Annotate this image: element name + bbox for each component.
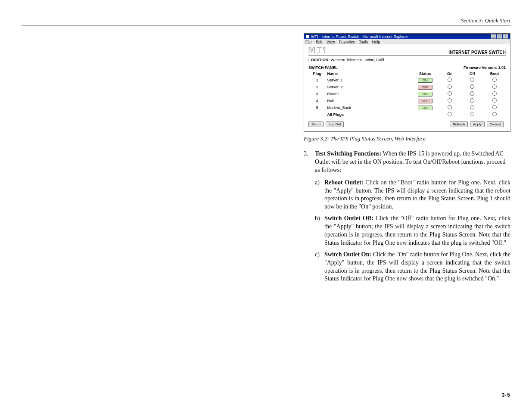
- radio-on-plug2[interactable]: [448, 84, 452, 89]
- status-badge: OFF: [418, 85, 432, 90]
- body-text: 3. Test Switching Functions: When the IP…: [304, 150, 510, 283]
- sub-title: Switch Outlet Off:: [324, 215, 373, 221]
- wti-logo: [308, 47, 329, 55]
- sub-title: Reboot Outlet:: [324, 179, 363, 186]
- cancel-button[interactable]: Cancel: [487, 121, 504, 127]
- radio-all-boot[interactable]: [492, 112, 497, 116]
- app-icon: [306, 35, 309, 38]
- cell-name: Modem_Bank: [326, 104, 412, 111]
- close-icon[interactable]: ×: [503, 34, 508, 39]
- radio-boot-plug3[interactable]: [492, 91, 497, 96]
- switch-table: Plug Name Status On Off Boot 1Server_1ON…: [308, 71, 506, 118]
- all-plugs-row: All Plugs: [308, 111, 506, 118]
- cell-name: Server_1: [326, 77, 412, 84]
- figure-3-2: WTI - Internet Power Switch · Microsoft …: [304, 33, 510, 132]
- sub-step: c)Switch Outlet On: Click the "On" radio…: [315, 251, 510, 283]
- page-number: 3-5: [502, 392, 510, 398]
- status-badge: ON: [418, 78, 432, 83]
- menu-help[interactable]: Help: [372, 40, 380, 44]
- table-row: 4HubOFF: [308, 97, 506, 104]
- col-on: On: [439, 71, 461, 77]
- table-row: 3RouterON: [308, 90, 506, 97]
- switch-panel-title: SWITCH PANEL: [308, 65, 338, 70]
- step-title: Test Switching Functions:: [315, 150, 381, 157]
- product-title: INTERNET POWER SWITCH: [448, 50, 506, 55]
- radio-boot-plug5[interactable]: [492, 105, 497, 109]
- location-row: LOCATION: Western Telematic, Irvine, Cal…: [308, 58, 506, 62]
- all-plugs-label: All Plugs: [327, 112, 344, 117]
- step-3: 3. Test Switching Functions: When the IP…: [304, 150, 510, 174]
- maximize-icon[interactable]: □: [497, 34, 502, 39]
- setup-button[interactable]: Setup: [308, 121, 324, 127]
- sub-label: c): [315, 251, 324, 283]
- window-title: WTI - Internet Power Switch · Microsoft …: [311, 34, 408, 39]
- sub-label: b): [315, 215, 324, 247]
- radio-boot-plug2[interactable]: [492, 84, 497, 89]
- menu-tools[interactable]: Tools: [359, 40, 368, 44]
- radio-off-plug4[interactable]: [470, 98, 474, 103]
- radio-on-plug1[interactable]: [448, 78, 452, 82]
- col-plug: Plug: [308, 71, 326, 77]
- menu-file[interactable]: File: [305, 40, 312, 44]
- radio-boot-plug1[interactable]: [492, 78, 497, 82]
- browser-window: WTI - Internet Power Switch · Microsoft …: [304, 33, 510, 132]
- figure-caption: Figure 3.2: The IPS Plug Status Screen, …: [304, 135, 510, 142]
- cell-plug: 4: [308, 97, 326, 104]
- page-content: INTERNET POWER SWITCH LOCATION: Western …: [304, 44, 510, 131]
- apply-button[interactable]: Apply: [470, 121, 485, 127]
- radio-boot-plug4[interactable]: [492, 98, 497, 103]
- col-name: Name: [326, 71, 412, 77]
- menu-bar: File Edit View Favorites Tools Help: [304, 39, 510, 44]
- radio-on-plug3[interactable]: [448, 91, 452, 96]
- radio-off-plug3[interactable]: [470, 91, 474, 96]
- table-row: 2Server_2OFF: [308, 84, 506, 90]
- radio-all-on[interactable]: [448, 112, 452, 116]
- menu-view[interactable]: View: [327, 40, 335, 44]
- location-value: Western Telematic, Irvine, Calif: [331, 58, 384, 62]
- radio-all-off[interactable]: [470, 112, 474, 116]
- cell-plug: 1: [308, 77, 326, 84]
- location-label: LOCATION:: [308, 58, 330, 62]
- cell-name: Server_2: [326, 84, 412, 90]
- radio-off-plug2[interactable]: [470, 84, 474, 89]
- table-row: 1Server_1ON: [308, 77, 506, 84]
- sub-step: b)Switch Outlet Off: Click the "Off" rad…: [315, 215, 510, 247]
- cell-plug: 5: [308, 104, 326, 111]
- page-header: Section 3: Quick Start: [22, 17, 510, 25]
- window-title-bar: WTI - Internet Power Switch · Microsoft …: [304, 34, 510, 39]
- sub-step: a)Reboot Outlet: Click on the "Boot" rad…: [315, 179, 510, 212]
- menu-favorites[interactable]: Favorites: [339, 40, 355, 44]
- cell-plug: 3: [308, 90, 326, 97]
- cell-plug: 2: [308, 84, 326, 90]
- cell-name: Router: [326, 90, 412, 97]
- sub-title: Switch Outlet On:: [324, 251, 371, 258]
- col-off: Off: [461, 71, 483, 77]
- cell-name: Hub: [326, 97, 412, 104]
- refresh-button[interactable]: Refresh: [450, 121, 468, 127]
- radio-on-plug5[interactable]: [448, 105, 452, 109]
- radio-on-plug4[interactable]: [448, 98, 452, 103]
- table-row: 5Modem_BankON: [308, 104, 506, 111]
- minimize-icon[interactable]: _: [491, 34, 496, 39]
- firmware-version: Firmware Version: 1.01: [464, 65, 506, 70]
- sub-label: a): [315, 179, 324, 212]
- radio-off-plug1[interactable]: [470, 78, 474, 82]
- status-badge: OFF: [418, 99, 432, 103]
- menu-edit[interactable]: Edit: [316, 40, 323, 44]
- section-label: Section 3: Quick Start: [461, 17, 510, 24]
- col-boot: Boot: [483, 71, 506, 77]
- svg-rect-0: [324, 48, 325, 49]
- col-status: Status: [411, 71, 439, 77]
- logout-button[interactable]: Log Out: [326, 121, 344, 127]
- status-badge: ON: [418, 106, 432, 110]
- radio-off-plug5[interactable]: [470, 105, 474, 109]
- step-number: 3.: [304, 150, 315, 174]
- window-controls: _ □ ×: [490, 34, 508, 39]
- status-badge: ON: [418, 92, 432, 97]
